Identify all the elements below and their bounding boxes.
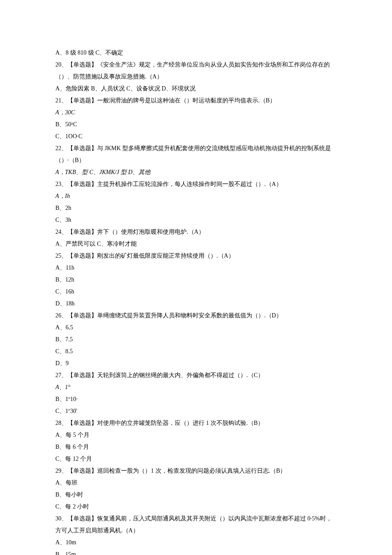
text-line: D、18h xyxy=(55,298,337,310)
text-line: 20、【单选题】《安全生产法》规定，生产经营单位应当向从业人员如实告知作业场所和… xyxy=(55,59,337,83)
text-line: 25、【单选题】刚发出的矿灯最低限度应能正常持续使用（）.（A） xyxy=(55,250,337,262)
text-line: A、8 级 810 级 C、不确定 xyxy=(55,47,337,59)
text-line: B、7.5 xyxy=(55,334,337,346)
text-line: 26、【单选题】单绳缠绕式提升装置升降人员和物料时安全系数的最低值为（）.（D） xyxy=(55,310,337,322)
text-line: C、1OO·C xyxy=(55,131,337,142)
text-line: C、8.5 xyxy=(55,346,337,357)
text-line: B、15m xyxy=(55,549,337,555)
document-content: A、8 级 810 级 C、不确定20、【单选题】《安全生产法》规定，生产经营单… xyxy=(55,47,337,555)
text-line: A，30C xyxy=(55,107,337,119)
text-line: A、每 5 个月 xyxy=(55,429,337,441)
text-line: A，TKB、型 C、JKMK/J 型 D、其他 xyxy=(55,166,337,178)
text-line: A、严禁民可以 C、寒冷时才能 xyxy=(55,238,337,250)
text-line: B、50¹C xyxy=(55,119,337,131)
text-line: B、2h xyxy=(55,202,337,214)
text-line: 21、【单选题】一般润滑油的牌号是以这种油在（）时运动黏度的平均值表示.（B） xyxy=(55,95,337,107)
text-line: 24、【单选题】井下（）使用灯泡取暖和使用电炉.（A） xyxy=(55,226,337,238)
text-line: D、9 xyxy=(55,357,337,369)
text-line: A、6.5 xyxy=(55,322,337,334)
text-line: 30、【单选题】恢复通风前，压入式局部通风机及其开关附近（）以内风流中瓦斯浓度都… xyxy=(55,513,337,537)
text-line: A、1° xyxy=(55,381,337,393)
text-line: C、3h xyxy=(55,214,337,226)
text-line: A、11h xyxy=(55,262,337,274)
text-line: 27、【单选题】天轮到滚筒上的钢丝绳的最大内、外偏角都不得超过（）.（C） xyxy=(55,369,337,381)
text-line: A、危险因素 B、人员状况 C、设备状况 D、环境状况 xyxy=(55,83,337,95)
text-line: C、每 12 个月 xyxy=(55,453,337,465)
text-line: A、10m xyxy=(55,537,337,549)
text-line: B、每小时 xyxy=(55,489,337,501)
text-line: B、12h xyxy=(55,274,337,286)
text-line: 22、【单选题】与 JKMK 型多绳摩擦式提升机配套使用的交流绕线型感应电动机拖… xyxy=(55,142,337,166)
text-line: 23、【单选题】主提升机操作工应轮流操作，每人连续操作时间一股不超过（）.（A） xyxy=(55,178,337,190)
text-line: B、每 6 个月 xyxy=(55,441,337,453)
text-line: C、1º30' xyxy=(55,405,337,417)
text-line: A、每班 xyxy=(55,477,337,489)
text-line: A，Ih xyxy=(55,190,337,202)
text-line: B、1º10· xyxy=(55,393,337,405)
text-line: C、每 2 小时 xyxy=(55,501,337,513)
text-line: 29、【单选题】巡回检查一股为（）1 次，检查发现的问题必须认真填入运行日志.（… xyxy=(55,465,337,477)
text-line: 28、【单选题】对使用中的立井罐笼防坠器，应（）进行 1 次不脱钩试验.（B） xyxy=(55,417,337,429)
text-line: C、16h xyxy=(55,286,337,298)
